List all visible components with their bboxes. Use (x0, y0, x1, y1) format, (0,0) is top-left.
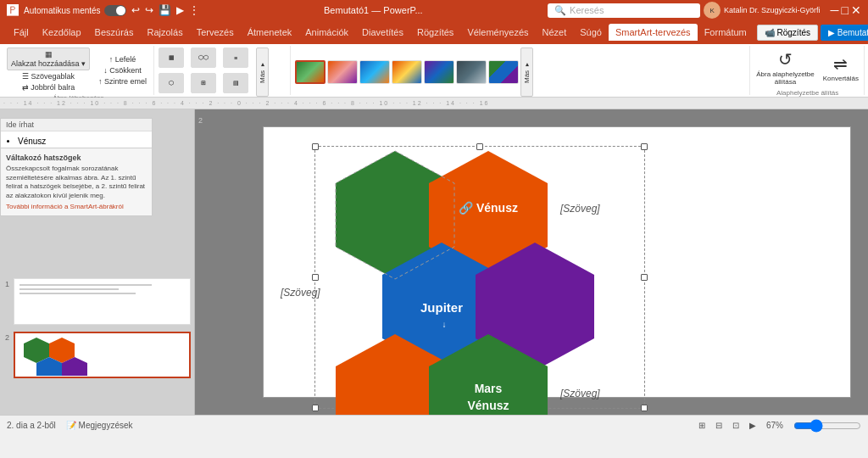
abra-alaphelyzetbe-btn[interactable]: ↺ Ábra alaphelyzetbeállítása (754, 47, 816, 87)
jobbrol-balra-btn[interactable]: ⇄ Jobbról balra (7, 82, 90, 92)
file-title: Bemutató1 — PowerP... (324, 5, 423, 15)
alakzat-hozzaadasa-btn[interactable]: ▦ Alakzat hozzáadása ▾ (7, 47, 90, 70)
style-7[interactable] (488, 60, 519, 84)
style-3[interactable] (359, 60, 390, 84)
konvertales-btn[interactable]: ⇌ Konvertálás (821, 52, 860, 84)
undo-icon[interactable]: ↩ (131, 4, 140, 16)
info-box-title: Váltakozó hatszögek (6, 154, 147, 162)
info-box-link[interactable]: További információ a SmartArt-ábrákról (6, 203, 147, 210)
mas-stilusok-btn[interactable]: Más ▾ (520, 47, 533, 97)
search-box[interactable]: 🔍 Keresés (548, 3, 700, 18)
ribbon-white: ▦ Alakzat hozzáadása ▾ ☰ Szövegablak ⇄ J… (0, 44, 868, 98)
tab-beszuras[interactable]: Beszúrás (88, 24, 141, 41)
info-box: Váltakozó hatszögek Összekapcsolt fogalm… (1, 148, 152, 215)
layout-1[interactable]: ▦ (159, 47, 184, 68)
autosave-toggle[interactable]: Automatikus mentés (24, 5, 126, 16)
slide-info: 2. dia a 2-ből (7, 421, 56, 430)
tab-smartart[interactable]: SmartArt-tervezés (609, 24, 698, 41)
slide-canvas[interactable]: 🔗 Vénusz Jupiter ↓ Mars Vénusz (263, 126, 851, 398)
tab-animaciok[interactable]: Animációk (298, 24, 355, 41)
tab-tervezes[interactable]: Tervezés (190, 24, 241, 41)
slide1-line3 (19, 293, 136, 294)
tab-sugo[interactable]: Súgó (573, 24, 609, 41)
layout-6[interactable]: ▤ (223, 73, 248, 93)
main-area: Ide írhat Vénusz ● [Szöveg] Jupiter ● [S… (0, 109, 868, 415)
zoom-level: 67% (766, 421, 783, 430)
lefelé-btn[interactable]: ↑ Lefelé (95, 54, 150, 64)
tab-formatum[interactable]: Formátum (698, 24, 754, 41)
cursor-indicator: ↓ (442, 320, 447, 329)
group-abra-letrehozasa: ▦ Alakzat hozzáadása ▾ ☰ Szövegablak ⇄ J… (3, 46, 154, 95)
hex-diagram-svg: 🔗 Vénusz Jupiter ↓ Mars Vénusz (310, 142, 666, 415)
jupiter-label: Jupiter (420, 300, 463, 315)
powerpoint-logo: 🅿 (7, 3, 19, 17)
autosave-toggle-switch[interactable] (104, 5, 126, 16)
expand-icon[interactable]: ⋮ (189, 4, 199, 16)
redo-icon[interactable]: ↪ (145, 4, 153, 16)
canvas-area: 2 🔗 Vénusz (195, 109, 868, 415)
tab-nezet[interactable]: Nézet (536, 24, 574, 41)
szovegablak-btn[interactable]: ☰ Szövegablak (7, 71, 90, 81)
tab-rajzolas[interactable]: Rajzolás (140, 24, 189, 41)
info-box-description: Összekapcsolt fogalmak sorozatának szeml… (6, 165, 147, 200)
notes-btn[interactable]: 📝 Megjegyzések (66, 421, 133, 430)
tab-fajl[interactable]: Fájl (7, 24, 36, 41)
tab-kezdolap[interactable]: Kezdőlap (36, 24, 88, 41)
slide-2-preview[interactable] (14, 332, 191, 378)
venusz-label: 🔗 Vénusz (459, 201, 518, 215)
title-bar-left: 🅿 Automatikus mentés ↩ ↪ 💾 ▶ ⋮ (7, 3, 199, 17)
group-label-alaphelyzetbe: Alaphelyzetbe állítás (754, 89, 860, 97)
layout-5[interactable]: ⊞ (191, 73, 216, 93)
user-name: Katalin Dr. Szugyiczki-Györfi (724, 6, 821, 14)
bemutato-teams-btn[interactable]: ▶ Bemutató a Teamsben (821, 25, 868, 41)
zoom-slider[interactable] (793, 419, 861, 433)
mas-elrendezes-btn[interactable]: Más ▾ (256, 47, 269, 97)
tab-atmenetek[interactable]: Átmenetek (241, 24, 299, 41)
layout-2[interactable]: ⬡⬡ (191, 47, 216, 68)
style-2[interactable] (327, 60, 358, 84)
window-controls: ─ □ ✕ (831, 3, 861, 17)
szintre-emel-btn[interactable]: ↑ Szintre emel (95, 76, 150, 87)
save-icon[interactable]: 💾 (159, 4, 171, 16)
group-alaphelyzetbe: ↺ Ábra alaphelyzetbeállítása ⇌ Konvertál… (751, 46, 865, 95)
style-1[interactable] (295, 60, 326, 84)
present-icon[interactable]: ▶ (176, 4, 184, 16)
maximize-btn[interactable]: □ (842, 3, 849, 17)
reset-icon: ↺ (778, 49, 793, 70)
csökkent-btn[interactable]: ↓ Csökkent (95, 65, 150, 75)
status-bar: 2. dia a 2-ből 📝 Megjegyzések ⊞ ⊟ ⊡ ▶ 67… (0, 415, 868, 435)
group-smartart-stilusok: Más ▾ SmartArt-stílusok (292, 46, 750, 95)
style-4[interactable] (392, 60, 422, 84)
layout-3[interactable]: ≡ (223, 47, 248, 68)
slide-1-num: 1 (3, 278, 14, 290)
user-avatar[interactable]: K (704, 2, 721, 19)
ribbon-main-content: ▦ Alakzat hozzáadása ▾ ☰ Szövegablak ⇄ J… (0, 44, 868, 97)
slide1-line1 (19, 284, 152, 286)
add-shape-icon: ▦ (45, 50, 53, 59)
rogzites-btn[interactable]: 📹 Rögzítés (757, 25, 818, 41)
label-szoveg-venusz: [Szöveg] (559, 203, 600, 215)
view-present-icon[interactable]: ▶ (749, 421, 756, 430)
group-elrendezes: ▦ ⬡⬡ ≡ ⬡ ⊞ ▤ Más ▾ Elrendezések (155, 46, 291, 95)
search-icon: 🔍 (554, 5, 566, 16)
style-5[interactable] (424, 60, 454, 84)
tab-rogzites[interactable]: Rögzítés (410, 24, 460, 41)
tab-velemenye[interactable]: Véleményezés (460, 24, 535, 41)
view-read-icon[interactable]: ⊡ (732, 421, 739, 430)
tab-diavetites[interactable]: Diavetítés (355, 24, 410, 41)
text-pane-floating: Ide írhat Vénusz ● [Szöveg] Jupiter ● [S… (0, 118, 153, 216)
style-6[interactable] (456, 60, 487, 84)
ruler: · · · 14 · · · 12 · · · 10 · · · 8 · · ·… (0, 98, 868, 109)
layout-4[interactable]: ⬡ (159, 73, 184, 93)
ribbon-tabs: Fájl Kezdőlap Beszúrás Rajzolás Tervezés… (0, 20, 868, 44)
layout-grid: ▦ ⬡⬡ ≡ ⬡ ⊞ ▤ (159, 47, 253, 97)
slide-1-preview[interactable] (14, 278, 191, 325)
minimize-btn[interactable]: ─ (831, 3, 839, 17)
close-btn[interactable]: ✕ (851, 3, 861, 17)
slide-2-container: 2 (0, 328, 194, 382)
view-normal-icon[interactable]: ⊞ (698, 421, 705, 430)
mars-venusz-label2: Vénusz (467, 399, 509, 412)
view-sort-icon[interactable]: ⊟ (715, 421, 722, 430)
label-szoveg-mars: [Szöveg] (559, 388, 600, 399)
label-szoveg-left: [Szöveg] (281, 287, 320, 299)
